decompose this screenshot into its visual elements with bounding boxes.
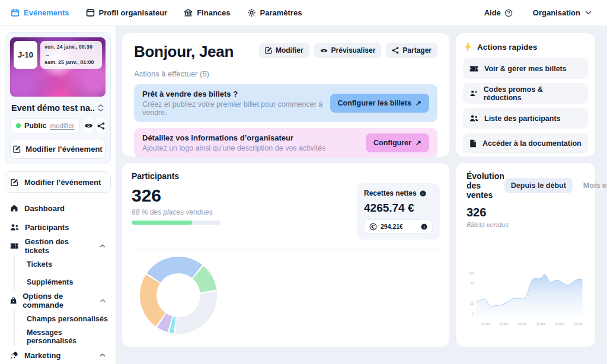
chevron-up-icon	[100, 353, 106, 357]
participants-count: 326	[132, 187, 221, 205]
svg-text:27 déc.: 27 déc.	[500, 323, 509, 325]
bag-icon	[10, 296, 17, 305]
range-tab-current-month[interactable]: Mois en cours	[583, 181, 607, 190]
net-revenue-amount: 4265.74 €	[364, 202, 433, 215]
ticket-icon	[469, 65, 478, 72]
sidebar-item-tickets[interactable]: Tickets	[14, 256, 111, 273]
share-icon	[97, 122, 105, 130]
organizer-info-banner: Détaillez vos informations d’organisateu…	[134, 128, 437, 158]
sales-evolution-card: Évolution des ventes Depuis le début Moi…	[455, 162, 596, 347]
page-title: Bonjour, Jean	[134, 43, 234, 61]
pencil-icon	[11, 178, 18, 186]
tab-label: Paramètres	[260, 8, 302, 17]
tickets-sold-label: Billets vendus	[467, 221, 584, 228]
svg-text:28 déc.: 28 déc.	[518, 323, 528, 325]
seats-progress-bar	[132, 221, 221, 225]
status-badge: Public	[24, 122, 47, 130]
svg-text:75: 75	[471, 282, 474, 285]
tickets-donut-chart	[136, 253, 221, 337]
tab-events[interactable]: Evénements	[11, 8, 69, 17]
quick-action-manage-tickets[interactable]: Voir & gérer mes billets	[463, 58, 588, 79]
preview-button[interactable]: Prévisualiser	[314, 43, 382, 58]
svg-text:25: 25	[471, 302, 474, 305]
organisation-menu[interactable]: Organisation	[533, 8, 592, 17]
configure-organizer-button[interactable]: Configurer ↗	[366, 133, 429, 152]
info-icon[interactable]	[420, 190, 426, 197]
chevron-down-icon	[585, 11, 592, 15]
status-pill: Public modifier	[10, 118, 80, 133]
help-circle-icon	[504, 9, 513, 17]
sidebar: J-10 ven. 24 janv., 00:30 → sam. 25 janv…	[0, 26, 116, 364]
info-icon[interactable]	[421, 223, 427, 230]
setup-tickets-banner: Prêt à vendre des billets ? Créez et pub…	[134, 84, 437, 122]
pencil-icon	[13, 145, 21, 153]
sidebar-item-dashboard[interactable]: Dashboard	[5, 199, 111, 218]
event-cover-image[interactable]: J-10 ven. 24 janv., 00:30 → sam. 25 janv…	[10, 37, 106, 97]
net-revenue-box: Recettes nettes 4265.74 € 294,21€	[357, 183, 440, 240]
sidebar-item-participants[interactable]: Participants	[5, 218, 111, 237]
sidebar-item-order-options[interactable]: Options de commande	[5, 291, 111, 310]
seats-sold-label: 68 % des places vendues	[132, 208, 221, 216]
welcome-card: Bonjour, Jean Modifier Prévisualiser Par…	[122, 33, 450, 157]
status-dot	[16, 123, 21, 128]
sidebar-item-custom-messages[interactable]: Messages personnalisés	[14, 328, 111, 346]
quick-action-participant-list[interactable]: Liste des participants	[463, 108, 588, 129]
home-icon	[10, 204, 18, 212]
share-event-button[interactable]	[97, 118, 106, 133]
share-icon	[392, 47, 399, 54]
tab-settings[interactable]: Paramètres	[247, 8, 302, 17]
users-icon	[10, 223, 19, 231]
range-tab-since-start[interactable]: Depuis le début	[504, 178, 573, 193]
svg-text:30 déc.: 30 déc.	[555, 323, 564, 325]
users-icon	[469, 114, 478, 122]
main-content: Bonjour, Jean Modifier Prévisualiser Par…	[116, 26, 607, 364]
topbar: Evénements Profil organisateur Finances …	[0, 0, 607, 26]
status-edit-link[interactable]: modifier	[50, 122, 75, 129]
chevron-up-icon	[100, 244, 106, 248]
edit-event-button[interactable]: Modifier l’événement	[10, 139, 106, 159]
tab-label: Profil organisateur	[99, 8, 168, 17]
tab-organizer-profile[interactable]: Profil organisateur	[86, 8, 168, 17]
sidebar-item-marketing[interactable]: Marketing	[5, 346, 111, 364]
sidebar-item-edit-event[interactable]: Modifier l’événement	[5, 171, 111, 193]
sidebar-item-supplements[interactable]: Suppléments	[14, 273, 111, 291]
chevron-up-icon	[100, 299, 106, 302]
gear-icon	[247, 8, 256, 17]
quick-action-documentation[interactable]: Accéder à la documentation	[463, 133, 588, 154]
eye-icon	[320, 47, 328, 54]
svg-text:100: 100	[469, 272, 474, 275]
quick-actions-card: Actions rapides Voir & gérer mes billets…	[455, 33, 596, 157]
help-link[interactable]: Aide	[484, 8, 513, 17]
days-countdown-badge: J-10	[14, 41, 37, 69]
todo-count-label: Actions à effectuer (5)	[134, 69, 437, 78]
sidebar-item-custom-fields[interactable]: Champs personnalisés	[14, 310, 111, 328]
bank-icon	[184, 8, 193, 17]
svg-text:31 déc.: 31 déc.	[574, 323, 583, 325]
coin-icon	[369, 223, 377, 231]
lightning-icon	[464, 42, 472, 52]
arrow-up-right-icon: ↗	[416, 139, 421, 147]
modify-button[interactable]: Modifier	[259, 43, 309, 58]
topbar-tabs: Evénements Profil organisateur Finances …	[11, 8, 484, 17]
event-title: Event démo test na..	[11, 103, 95, 113]
tab-finances[interactable]: Finances	[184, 8, 230, 17]
document-icon	[469, 139, 477, 148]
configure-tickets-button[interactable]: Configurer les billets ↗	[330, 94, 429, 113]
quick-action-promo-codes[interactable]: Codes promos & réductions	[463, 83, 588, 104]
arrow-up-right-icon: ↗	[416, 99, 421, 107]
share-button[interactable]: Partager	[386, 43, 437, 58]
preview-event-button[interactable]	[84, 118, 92, 133]
participants-card: Participants 326 68 % des places vendues…	[122, 162, 450, 347]
tickets-sold-count: 326	[467, 206, 584, 219]
window-icon	[86, 8, 95, 17]
svg-text:26 déc.: 26 déc.	[481, 323, 491, 325]
ticket-icon	[10, 242, 19, 250]
eye-icon	[84, 122, 93, 129]
event-selector-icon[interactable]	[97, 104, 104, 112]
svg-text:29 déc.: 29 déc.	[536, 323, 546, 325]
tab-label: Finances	[197, 8, 230, 17]
sidebar-item-ticket-management[interactable]: Gestion des tickets	[5, 237, 111, 256]
sales-title: Évolution des ventes	[467, 171, 504, 200]
participants-title: Participants	[132, 171, 440, 181]
event-card: J-10 ven. 24 janv., 00:30 → sam. 25 janv…	[5, 32, 111, 164]
